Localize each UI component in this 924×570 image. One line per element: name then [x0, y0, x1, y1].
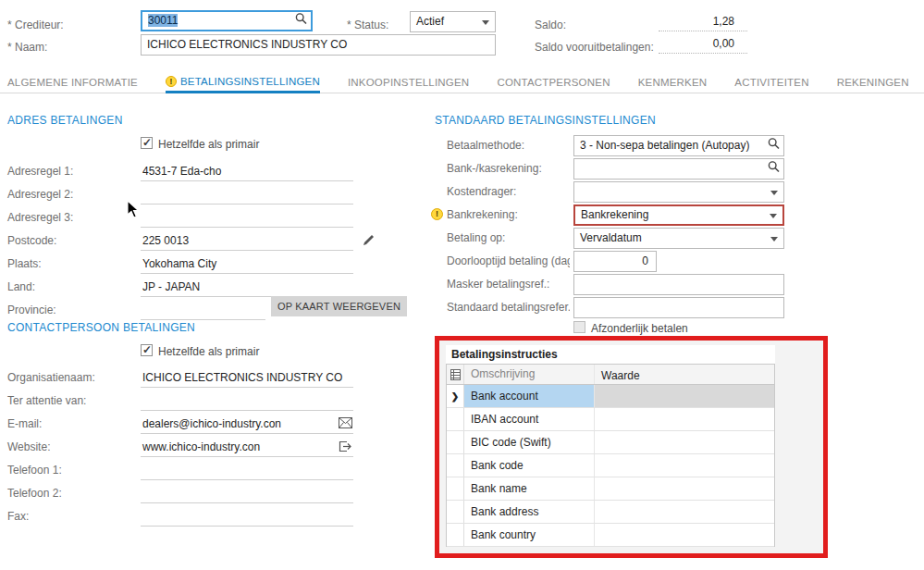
bank-account-label: Bankrekening: — [447, 208, 518, 221]
country-label: Land: — [7, 280, 35, 293]
email-input[interactable]: dealers@ichico-industry.con — [141, 415, 353, 434]
chevron-down-icon[interactable] — [770, 191, 778, 195]
country-input[interactable]: JP - JAPAN — [141, 278, 353, 297]
tab-bar: ALGEMENE INFORMATIE BETALINGSINSTELLINGE… — [0, 72, 924, 93]
search-icon[interactable] — [768, 159, 780, 179]
chevron-down-icon[interactable] — [770, 214, 777, 218]
table-row[interactable]: IBAN account — [447, 408, 774, 431]
name-input[interactable]: ICHICO ELECTRONICS INDUSTRY CO — [141, 34, 496, 56]
fax-input[interactable] — [141, 507, 353, 527]
payment-method-label: Betaalmethode: — [447, 139, 524, 152]
pencil-icon[interactable] — [363, 234, 375, 249]
payment-ref-mask-input[interactable] — [573, 274, 784, 295]
column-header-value[interactable]: Waarde — [595, 365, 774, 384]
address-line2-input[interactable] — [141, 185, 353, 204]
tab-kenmerken[interactable]: KENMERKEN — [638, 72, 708, 93]
creditor-input[interactable]: 30011 — [141, 10, 313, 31]
fax-label: Fax: — [7, 510, 29, 523]
attention-label: Ter attentie van: — [7, 394, 86, 407]
table-row[interactable]: Bank country — [447, 524, 774, 547]
city-input[interactable]: Yokohama City — [141, 254, 353, 274]
envelope-icon[interactable] — [339, 417, 352, 431]
name-label: * Naam: — [7, 41, 47, 54]
email-label: E-mail: — [7, 417, 42, 430]
payment-on-select[interactable]: Vervaldatum — [573, 228, 784, 249]
payment-instructions-panel: Betalingsinstructies Omschrijving Waarde… — [446, 345, 775, 547]
address-section-title: ADRES BETALINGEN — [7, 114, 123, 127]
table-row[interactable]: ❯ Bank account — [447, 385, 774, 408]
tab-algemene-informatie[interactable]: ALGEMENE INFORMATIE — [7, 72, 138, 93]
table-row[interactable]: Bank code — [447, 454, 774, 477]
city-label: Plaats: — [7, 257, 42, 270]
cost-carrier-select[interactable] — [573, 181, 784, 203]
chevron-down-icon[interactable] — [770, 237, 778, 242]
payment-ref-mask-label: Masker betalingsref.: — [447, 278, 549, 291]
status-select[interactable]: Actief — [410, 11, 496, 32]
table-header-row: Omschrijving Waarde — [447, 365, 774, 385]
organisation-name-label: Organisatienaam: — [7, 371, 95, 384]
payment-section-title: STANDAARD BETALINGSINSTELLINGEN — [435, 114, 656, 127]
organisation-name-input[interactable]: ICHICO ELECTRONICS INDUSTRY CO — [141, 368, 353, 388]
payment-instructions-title: Betalingsinstructies — [446, 345, 775, 364]
saldo-prepay-value: 0,00 — [659, 34, 747, 54]
address-line3-input[interactable] — [141, 208, 353, 228]
postcode-label: Postcode: — [7, 234, 56, 247]
column-header-description[interactable]: Omschrijving — [464, 365, 595, 384]
address-line1-label: Adresregel 1: — [7, 165, 73, 178]
phone2-input[interactable] — [141, 484, 353, 503]
lead-time-label: Doorlooptijd betaling (dag... — [447, 254, 570, 267]
saldo-value: 1,28 — [659, 12, 747, 31]
payment-method-lookup[interactable]: 3 - Non-sepa betalingen (Autopay) — [573, 135, 784, 156]
same-as-primary-address-checkbox[interactable] — [141, 137, 153, 149]
table-row[interactable]: BIC code (Swift) — [447, 431, 774, 454]
phone2-label: Telefoon 2: — [7, 487, 62, 500]
tab-inkoopinstellingen[interactable]: INKOOPINSTELLINGEN — [348, 72, 469, 93]
tab-rekeningen[interactable]: REKENINGEN — [837, 72, 909, 93]
payment-instructions-table: Omschrijving Waarde ❯ Bank account IBAN … — [446, 364, 775, 547]
search-icon[interactable] — [295, 12, 307, 30]
province-label: Provincie: — [7, 304, 56, 316]
creditor-label: * Crediteur: — [7, 19, 64, 31]
address-line3-label: Adresregel 3: — [7, 211, 73, 224]
payment-on-label: Betaling op: — [447, 231, 505, 244]
table-row[interactable]: Bank name — [447, 477, 774, 501]
table-row[interactable]: Bank address — [447, 501, 774, 524]
same-as-primary-contact-label: Hetzelfde als primair — [158, 345, 259, 358]
postcode-input[interactable]: 225 0013 — [141, 231, 353, 251]
bank-cash-account-lookup[interactable] — [573, 158, 784, 180]
mouse-cursor-icon — [127, 200, 140, 221]
saldo-label: Saldo: — [535, 19, 566, 31]
website-label: Website: — [7, 440, 50, 453]
default-payment-ref-input[interactable] — [573, 297, 784, 318]
phone1-input[interactable] — [141, 461, 353, 480]
same-as-primary-address-label: Hetzelfde als primair — [158, 138, 259, 151]
name-value: ICHICO ELECTRONICS INDUSTRY CO — [147, 38, 347, 51]
grid-settings-icon[interactable] — [447, 365, 464, 384]
tab-contactpersonen[interactable]: CONTACTPERSONEN — [497, 72, 610, 93]
bank-account-select[interactable]: Bankrekening — [573, 204, 784, 226]
province-input[interactable] — [141, 301, 265, 320]
pay-separately-checkbox[interactable] — [573, 321, 585, 333]
status-label: * Status: — [347, 19, 388, 31]
search-icon[interactable] — [768, 136, 780, 155]
default-payment-ref-label: Standaard betalingsrefer... — [447, 301, 570, 314]
external-link-icon[interactable] — [339, 440, 351, 455]
contact-section-title: CONTACTPERSOON BETALINGEN — [7, 321, 195, 334]
same-as-primary-contact-checkbox[interactable] — [141, 344, 153, 356]
bank-cash-account-label: Bank-/kasrekening: — [447, 162, 542, 175]
lead-time-input[interactable]: 0 — [573, 251, 657, 272]
chevron-down-icon[interactable] — [482, 20, 489, 25]
highlight-box: Betalingsinstructies Omschrijving Waarde… — [435, 336, 828, 558]
tab-activiteiten[interactable]: ACTIVITEITEN — [734, 72, 808, 93]
show-on-map-button[interactable]: OP KAART WEERGEVEN — [271, 296, 407, 316]
warning-icon — [431, 208, 443, 220]
address-line2-label: Adresregel 2: — [7, 188, 73, 201]
cost-carrier-label: Kostendrager: — [447, 185, 516, 198]
address-line1-input[interactable]: 4531-7 Eda-cho — [141, 162, 353, 181]
pay-separately-label: Afzonderlijk betalen — [591, 322, 688, 335]
phone1-label: Telefoon 1: — [7, 464, 62, 477]
attention-input[interactable] — [141, 391, 353, 411]
tab-betalingsinstellingen[interactable]: BETALINGSINSTELLINGEN — [166, 72, 320, 93]
website-input[interactable]: www.ichico-industry.con — [141, 438, 353, 457]
creditor-value: 30011 — [148, 14, 178, 27]
